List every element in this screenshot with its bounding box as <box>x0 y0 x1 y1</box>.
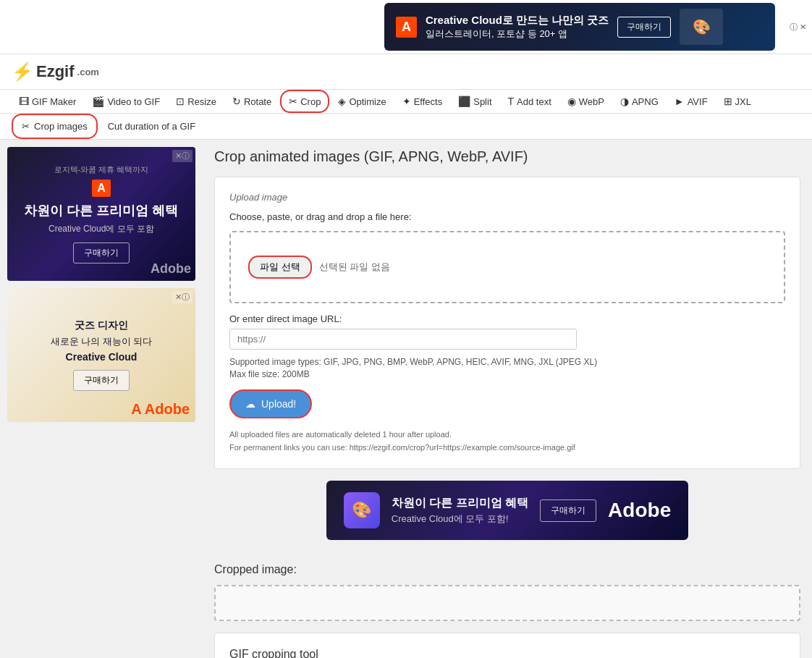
upload-choose-text: Choose, paste, or drag and drop a file h… <box>229 211 785 222</box>
nav-apng-label: APNG <box>632 96 659 107</box>
top-ad-buy-button[interactable]: 구매하기 <box>617 17 671 38</box>
sub-nav-crop-images-label: Crop images <box>34 121 88 132</box>
site-logo[interactable]: ⚡ Ezgif .com <box>12 62 99 82</box>
crop-images-icon: ✂ <box>22 121 30 132</box>
page-layout: ✕ⓘ 로지텍-와콤 제휴 혜택까지 A 차원이 다른 프리미엄 혜택 Creat… <box>0 140 812 658</box>
sub-nav-crop-images[interactable]: ✂ Crop images <box>12 114 98 139</box>
sub-nav: ✂ Crop images Cut duration of a GIF <box>0 114 812 140</box>
sidebar-ad-1-subtitle: Creative Cloud에 모두 포함 <box>48 223 154 235</box>
avif-icon: ► <box>674 96 685 107</box>
page-title: Crop animated images (GIF, APNG, WebP, A… <box>214 148 800 165</box>
apng-icon: ◑ <box>620 96 629 107</box>
upload-btn-label: Upload! <box>261 398 296 410</box>
bottom-ad-adobe-logo: Adobe <box>608 499 671 522</box>
split-icon: ⬛ <box>458 96 470 107</box>
nav-jxl-label: JXL <box>735 96 751 107</box>
bottom-ad-buy-button[interactable]: 구매하기 <box>540 499 596 522</box>
bottom-ad-banner[interactable]: 🎨 차원이 다른 프리미엄 혜택 Creative Cloud에 모두 포함! … <box>326 481 688 540</box>
nav-effects-label: Effects <box>414 96 443 107</box>
nav-split-label: Split <box>473 96 491 107</box>
top-ad-title: Creative Cloud로 만드는 나만의 굿즈 <box>426 12 609 28</box>
add-text-icon: T <box>508 96 515 107</box>
upload-card-title: Upload image <box>229 192 785 203</box>
logo-text: Ezgif <box>36 62 75 81</box>
sub-nav-cut-duration-label: Cut duration of a GIF <box>108 121 195 132</box>
top-ad-subtitle: 일러스트레이터, 포토샵 등 20+ 앱 <box>426 28 609 41</box>
sidebar-ad-1-small-logo: 로지텍-와콤 제휴 혜택까지 <box>54 164 149 175</box>
upload-card: Upload image Choose, paste, or drag and … <box>214 177 800 469</box>
tool-info-title: GIF cropping tool <box>229 648 785 658</box>
file-select-button[interactable]: 파일 선택 <box>248 256 312 279</box>
upload-button[interactable]: ☁ Upload! <box>229 389 312 418</box>
top-ad-close-button[interactable]: ⓘ ✕ <box>790 22 806 33</box>
sidebar-ad-2-cta-button[interactable]: 구매하기 <box>73 370 130 391</box>
top-ad-banner: A Creative Cloud로 만드는 나만의 굿즈 일러스트레이터, 포토… <box>0 0 812 54</box>
nav-gif-maker[interactable]: 🎞 GIF Maker <box>12 90 83 113</box>
nav-rotate[interactable]: ↻ Rotate <box>225 90 279 113</box>
url-input[interactable] <box>229 329 577 350</box>
nav-avif[interactable]: ► AVIF <box>667 90 715 113</box>
nav-rotate-label: Rotate <box>244 96 271 107</box>
sidebar-ad-2-close[interactable]: ✕ⓘ <box>172 291 193 303</box>
resize-icon: ⊡ <box>176 96 185 107</box>
video-to-gif-icon: 🎬 <box>92 96 104 107</box>
url-label: Or enter direct image URL: <box>229 313 785 324</box>
crop-icon: ✂ <box>289 96 297 107</box>
upload-icon: ☁ <box>245 398 255 410</box>
logo-icon: ⚡ <box>12 62 33 82</box>
supported-types-text: Supported image types: GIF, JPG, PNG, BM… <box>229 357 785 367</box>
nav-webp[interactable]: ◉ WebP <box>560 90 612 113</box>
upload-note: All uploaded files are automatically del… <box>229 429 785 454</box>
site-header: ⚡ Ezgif .com <box>0 54 812 90</box>
bottom-ad-image: 🎨 <box>344 492 380 528</box>
sidebar: ✕ⓘ 로지텍-와콤 제휴 혜택까지 A 차원이 다른 프리미엄 혜택 Creat… <box>0 140 203 658</box>
bottom-ad-wrapper: 🎨 차원이 다른 프리미엄 혜택 Creative Cloud에 모두 포함! … <box>214 481 800 552</box>
nav-optimize[interactable]: ◈ Optimize <box>331 90 393 113</box>
sidebar-ad-2-label1: 굿즈 디자인 <box>75 319 128 332</box>
sidebar-ad-1-adobe-label: Adobe <box>151 261 191 277</box>
sidebar-ad-1[interactable]: ✕ⓘ 로지텍-와콤 제휴 혜택까지 A 차원이 다른 프리미엄 혜택 Creat… <box>7 147 195 281</box>
nav-split[interactable]: ⬛ Split <box>451 90 499 113</box>
nav-crop-label: Crop <box>300 96 321 107</box>
file-name-label: 선택된 파일 없음 <box>319 261 390 274</box>
upload-note-line1: All uploaded files are automatically del… <box>229 429 785 442</box>
nav-resize[interactable]: ⊡ Resize <box>169 90 224 113</box>
nav-video-to-gif-label: Video to GIF <box>107 96 160 107</box>
nav-crop[interactable]: ✂ Crop <box>280 90 329 113</box>
max-size-text: Max file size: 200MB <box>229 369 785 379</box>
crop-result-box <box>214 585 800 621</box>
sub-nav-cut-duration[interactable]: Cut duration of a GIF <box>99 115 204 138</box>
tool-info-card: GIF cropping tool A simple online tool f… <box>214 633 800 658</box>
bottom-ad-subtitle: Creative Cloud에 모두 포함! <box>392 513 528 526</box>
nav-resize-label: Resize <box>187 96 216 107</box>
main-nav: 🎞 GIF Maker 🎬 Video to GIF ⊡ Resize ↻ Ro… <box>0 90 812 114</box>
sidebar-ad-1-logo-badge: A <box>92 180 111 197</box>
nav-effects[interactable]: ✦ Effects <box>395 90 450 113</box>
nav-webp-label: WebP <box>579 96 604 107</box>
nav-gif-maker-label: GIF Maker <box>32 96 76 107</box>
main-content: Crop animated images (GIF, APNG, WebP, A… <box>203 140 812 658</box>
drop-zone[interactable]: 파일 선택 선택된 파일 없음 <box>229 231 785 303</box>
sidebar-ad-1-cta-button[interactable]: 구매하기 <box>73 242 130 263</box>
sidebar-ad-2-adobe-logo: A Adobe <box>131 401 190 418</box>
jxl-icon: ⊞ <box>724 96 732 107</box>
adobe-logo-icon: A <box>396 17 417 38</box>
top-ad-content[interactable]: A Creative Cloud로 만드는 나만의 굿즈 일러스트레이터, 포토… <box>384 3 775 51</box>
sidebar-ad-2-label3: Creative Cloud <box>66 351 138 363</box>
nav-apng[interactable]: ◑ APNG <box>613 90 666 113</box>
nav-add-text[interactable]: T Add text <box>501 90 559 113</box>
bottom-ad-text: 차원이 다른 프리미엄 혜택 Creative Cloud에 모두 포함! <box>392 496 528 526</box>
rotate-icon: ↻ <box>232 96 241 107</box>
bottom-ad-title: 차원이 다른 프리미엄 혜택 <box>392 496 528 511</box>
file-input-area: 파일 선택 선택된 파일 없음 <box>248 256 390 279</box>
gif-maker-icon: 🎞 <box>19 96 29 107</box>
nav-add-text-label: Add text <box>517 96 551 107</box>
nav-jxl[interactable]: ⊞ JXL <box>716 90 758 113</box>
sidebar-ad-1-tagline: 차원이 다른 프리미엄 혜택 <box>24 203 178 219</box>
nav-optimize-label: Optimize <box>349 96 386 107</box>
sidebar-ad-1-close[interactable]: ✕ⓘ <box>172 150 193 162</box>
sidebar-ad-2-label2: 새로운 나의 재능이 되다 <box>51 335 153 348</box>
nav-video-to-gif[interactable]: 🎬 Video to GIF <box>85 90 167 113</box>
sidebar-ad-2[interactable]: ✕ⓘ 굿즈 디자인 새로운 나의 재능이 되다 Creative Cloud 구… <box>7 288 195 422</box>
nav-avif-label: AVIF <box>688 96 708 107</box>
